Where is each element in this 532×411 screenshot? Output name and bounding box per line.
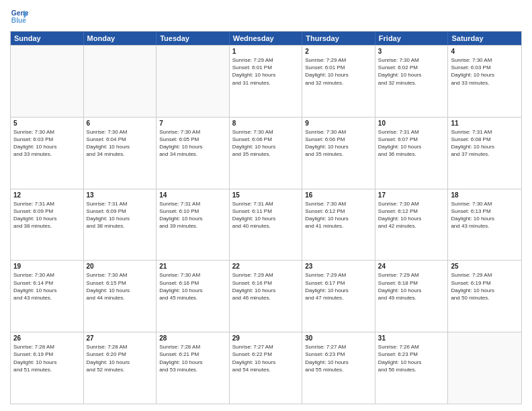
day-info: Sunrise: 7:28 AM Sunset: 6:19 PM Dayligh… <box>13 343 81 373</box>
logo-icon: General Blue <box>10 7 29 26</box>
day-info: Sunrise: 7:30 AM Sunset: 6:03 PM Dayligh… <box>13 128 81 158</box>
day-number: 22 <box>232 263 300 270</box>
day-cell-13: 13Sunrise: 7:31 AM Sunset: 6:09 PM Dayli… <box>84 189 157 261</box>
day-info: Sunrise: 7:27 AM Sunset: 6:22 PM Dayligh… <box>232 343 300 373</box>
empty-cell-0-1 <box>84 46 157 117</box>
day-info: Sunrise: 7:30 AM Sunset: 6:02 PM Dayligh… <box>378 56 445 87</box>
calendar: SundayMondayTuesdayWednesdayThursdayFrid… <box>10 31 522 404</box>
day-info: Sunrise: 7:30 AM Sunset: 6:04 PM Dayligh… <box>87 128 154 158</box>
calendar-row-4: 26Sunrise: 7:28 AM Sunset: 6:19 PM Dayli… <box>11 332 521 404</box>
day-cell-15: 15Sunrise: 7:31 AM Sunset: 6:11 PM Dayli… <box>230 189 303 261</box>
day-number: 16 <box>305 191 372 199</box>
empty-cell-0-2 <box>157 46 230 117</box>
day-info: Sunrise: 7:28 AM Sunset: 6:20 PM Dayligh… <box>87 343 154 373</box>
day-info: Sunrise: 7:31 AM Sunset: 6:08 PM Dayligh… <box>451 128 519 158</box>
day-cell-18: 18Sunrise: 7:30 AM Sunset: 6:13 PM Dayli… <box>448 189 521 261</box>
day-number: 30 <box>305 334 372 342</box>
day-info: Sunrise: 7:31 AM Sunset: 6:09 PM Dayligh… <box>13 200 81 230</box>
day-cell-31: 31Sunrise: 7:26 AM Sunset: 6:23 PM Dayli… <box>375 332 449 404</box>
day-number: 2 <box>305 48 372 55</box>
calendar-row-1: 5Sunrise: 7:30 AM Sunset: 6:03 PM Daylig… <box>11 117 521 189</box>
day-info: Sunrise: 7:31 AM Sunset: 6:07 PM Dayligh… <box>378 128 445 158</box>
day-cell-24: 24Sunrise: 7:29 AM Sunset: 6:18 PM Dayli… <box>375 261 449 332</box>
day-info: Sunrise: 7:29 AM Sunset: 6:01 PM Dayligh… <box>232 56 300 87</box>
day-cell-16: 16Sunrise: 7:30 AM Sunset: 6:12 PM Dayli… <box>302 189 375 261</box>
day-cell-11: 11Sunrise: 7:31 AM Sunset: 6:08 PM Dayli… <box>448 118 521 189</box>
calendar-row-0: 1Sunrise: 7:29 AM Sunset: 6:01 PM Daylig… <box>11 45 521 117</box>
day-cell-8: 8Sunrise: 7:30 AM Sunset: 6:06 PM Daylig… <box>230 118 303 189</box>
weekday-header-monday: Monday <box>84 32 157 45</box>
day-number: 18 <box>451 191 519 199</box>
day-info: Sunrise: 7:30 AM Sunset: 6:16 PM Dayligh… <box>159 271 226 302</box>
day-number: 14 <box>159 191 226 199</box>
day-number: 8 <box>232 120 300 127</box>
day-cell-1: 1Sunrise: 7:29 AM Sunset: 6:01 PM Daylig… <box>230 46 303 117</box>
day-info: Sunrise: 7:31 AM Sunset: 6:11 PM Dayligh… <box>232 200 300 230</box>
calendar-header: SundayMondayTuesdayWednesdayThursdayFrid… <box>11 32 521 45</box>
day-number: 20 <box>87 263 154 270</box>
day-info: Sunrise: 7:29 AM Sunset: 6:19 PM Dayligh… <box>451 271 519 302</box>
day-info: Sunrise: 7:31 AM Sunset: 6:09 PM Dayligh… <box>87 200 154 230</box>
day-cell-4: 4Sunrise: 7:30 AM Sunset: 6:03 PM Daylig… <box>448 46 521 117</box>
day-number: 4 <box>451 48 519 55</box>
day-info: Sunrise: 7:30 AM Sunset: 6:12 PM Dayligh… <box>305 200 372 230</box>
empty-cell-4-6 <box>448 332 521 404</box>
day-info: Sunrise: 7:26 AM Sunset: 6:23 PM Dayligh… <box>378 343 445 373</box>
day-info: Sunrise: 7:29 AM Sunset: 6:01 PM Dayligh… <box>305 56 372 87</box>
weekday-header-thursday: Thursday <box>302 32 375 45</box>
day-cell-29: 29Sunrise: 7:27 AM Sunset: 6:22 PM Dayli… <box>230 332 303 404</box>
day-cell-6: 6Sunrise: 7:30 AM Sunset: 6:04 PM Daylig… <box>84 118 157 189</box>
day-info: Sunrise: 7:28 AM Sunset: 6:21 PM Dayligh… <box>159 343 226 373</box>
day-number: 5 <box>13 120 81 127</box>
logo: General Blue <box>10 7 29 26</box>
day-number: 26 <box>13 334 81 342</box>
weekday-header-friday: Friday <box>375 32 449 45</box>
day-number: 11 <box>451 120 519 127</box>
day-number: 10 <box>378 120 445 127</box>
day-info: Sunrise: 7:30 AM Sunset: 6:15 PM Dayligh… <box>87 271 154 302</box>
day-info: Sunrise: 7:30 AM Sunset: 6:06 PM Dayligh… <box>305 128 372 158</box>
day-number: 31 <box>378 334 445 342</box>
day-number: 17 <box>378 191 445 199</box>
weekday-header-saturday: Saturday <box>448 32 521 45</box>
day-cell-26: 26Sunrise: 7:28 AM Sunset: 6:19 PM Dayli… <box>11 332 84 404</box>
day-cell-28: 28Sunrise: 7:28 AM Sunset: 6:21 PM Dayli… <box>157 332 230 404</box>
day-info: Sunrise: 7:30 AM Sunset: 6:13 PM Dayligh… <box>451 200 519 230</box>
day-number: 25 <box>451 263 519 270</box>
day-number: 6 <box>87 120 154 127</box>
day-info: Sunrise: 7:30 AM Sunset: 6:03 PM Dayligh… <box>451 56 519 87</box>
day-number: 19 <box>13 263 81 270</box>
day-info: Sunrise: 7:29 AM Sunset: 6:18 PM Dayligh… <box>378 271 445 302</box>
day-info: Sunrise: 7:30 AM Sunset: 6:14 PM Dayligh… <box>13 271 81 302</box>
day-cell-23: 23Sunrise: 7:29 AM Sunset: 6:17 PM Dayli… <box>302 261 375 332</box>
page: General Blue SundayMondayTuesdayWednesda… <box>0 0 532 411</box>
calendar-row-3: 19Sunrise: 7:30 AM Sunset: 6:14 PM Dayli… <box>11 260 521 332</box>
day-info: Sunrise: 7:30 AM Sunset: 6:05 PM Dayligh… <box>159 128 226 158</box>
day-cell-3: 3Sunrise: 7:30 AM Sunset: 6:02 PM Daylig… <box>375 46 449 117</box>
day-number: 24 <box>378 263 445 270</box>
day-info: Sunrise: 7:29 AM Sunset: 6:17 PM Dayligh… <box>305 271 372 302</box>
weekday-header-sunday: Sunday <box>11 32 84 45</box>
header: General Blue <box>10 7 522 26</box>
day-cell-7: 7Sunrise: 7:30 AM Sunset: 6:05 PM Daylig… <box>157 118 230 189</box>
day-info: Sunrise: 7:31 AM Sunset: 6:10 PM Dayligh… <box>159 200 226 230</box>
calendar-body: 1Sunrise: 7:29 AM Sunset: 6:01 PM Daylig… <box>11 45 521 404</box>
day-number: 7 <box>159 120 226 127</box>
day-cell-20: 20Sunrise: 7:30 AM Sunset: 6:15 PM Dayli… <box>84 261 157 332</box>
weekday-header-wednesday: Wednesday <box>230 32 303 45</box>
day-number: 9 <box>305 120 372 127</box>
day-number: 1 <box>232 48 300 55</box>
day-cell-12: 12Sunrise: 7:31 AM Sunset: 6:09 PM Dayli… <box>11 189 84 261</box>
day-number: 13 <box>87 191 154 199</box>
day-number: 27 <box>87 334 154 342</box>
day-number: 12 <box>13 191 81 199</box>
day-number: 28 <box>159 334 226 342</box>
day-number: 15 <box>232 191 300 199</box>
day-cell-30: 30Sunrise: 7:27 AM Sunset: 6:23 PM Dayli… <box>302 332 375 404</box>
day-cell-5: 5Sunrise: 7:30 AM Sunset: 6:03 PM Daylig… <box>11 118 84 189</box>
day-cell-19: 19Sunrise: 7:30 AM Sunset: 6:14 PM Dayli… <box>11 261 84 332</box>
day-cell-22: 22Sunrise: 7:29 AM Sunset: 6:16 PM Dayli… <box>230 261 303 332</box>
day-cell-27: 27Sunrise: 7:28 AM Sunset: 6:20 PM Dayli… <box>84 332 157 404</box>
calendar-row-2: 12Sunrise: 7:31 AM Sunset: 6:09 PM Dayli… <box>11 189 521 261</box>
day-info: Sunrise: 7:27 AM Sunset: 6:23 PM Dayligh… <box>305 343 372 373</box>
